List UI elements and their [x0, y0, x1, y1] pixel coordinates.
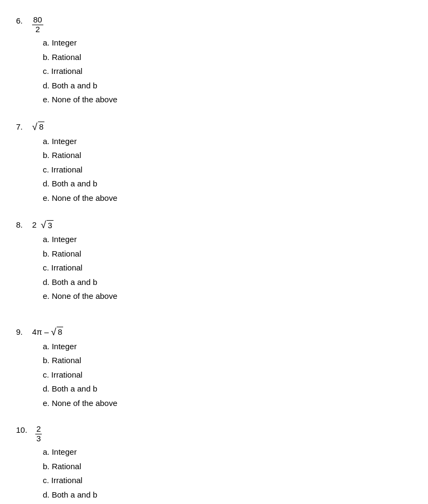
fraction-denominator-10: 3	[35, 434, 42, 443]
option-6d: d. Both a and b	[43, 80, 412, 92]
option-7c: c. Irrational	[43, 164, 412, 176]
option-8d: d. Both a and b	[43, 276, 412, 289]
option-7e: e. None of the above	[43, 192, 412, 205]
options-list-8: a. Integer b. Rational c. Irrational d. …	[16, 234, 412, 303]
question-6: 6. 80 2 a. Integer b. Rational c. Irrati…	[16, 11, 412, 106]
option-7d: d. Both a and b	[43, 178, 412, 190]
option-8c: c. Irrational	[43, 262, 412, 274]
coeff-sqrt-expr-8: 2 √3	[32, 219, 54, 230]
pi-sqrt-expr-9: 4π – √8	[32, 326, 63, 337]
separator-8-9	[16, 313, 412, 322]
options-list-9: a. Integer b. Rational c. Irrational d. …	[16, 341, 412, 410]
option-6e: e. None of the above	[43, 94, 412, 106]
sqrt-8-expr: √8	[32, 121, 44, 132]
question-9: 9. 4π – √8 a. Integer b. Rational c. Irr…	[16, 322, 412, 410]
sqrt-symbol-7: √	[32, 122, 37, 133]
question-number-6: 6.	[16, 11, 32, 25]
option-10a: a. Integer	[43, 446, 412, 458]
fraction-denominator-6: 2	[34, 25, 41, 34]
option-9a: a. Integer	[43, 341, 412, 353]
option-8b: b. Rational	[43, 248, 412, 260]
fraction-80-2: 80 2	[32, 16, 43, 34]
question-expr-7: √8	[32, 117, 44, 132]
options-list-7: a. Integer b. Rational c. Irrational d. …	[16, 136, 412, 205]
pi-prefix-9: 4π –	[32, 327, 49, 336]
sqrt-symbol-9: √	[51, 327, 56, 338]
option-6a: a. Integer	[43, 37, 412, 49]
option-9e: e. None of the above	[43, 397, 412, 410]
option-8a: a. Integer	[43, 234, 412, 246]
option-6c: c. Irrational	[43, 65, 412, 78]
fraction-numerator-10: 2	[35, 425, 42, 434]
sqrt-radicand-7: 8	[38, 122, 44, 131]
sqrt-symbol-8: √	[41, 220, 46, 231]
question-number-10: 10.	[16, 420, 35, 434]
sqrt-radicand-9: 8	[57, 327, 63, 336]
question-number-8: 8.	[16, 215, 32, 229]
question-expr-9: 4π – √8	[32, 322, 63, 337]
fraction-numerator-6: 80	[32, 16, 43, 25]
option-9b: b. Rational	[43, 355, 412, 367]
options-list-10: a. Integer b. Rational c. Irrational d. …	[16, 446, 412, 504]
fraction-2-3: 2 3	[35, 425, 42, 443]
sqrt-8-expr-9: √8	[51, 326, 63, 337]
question-number-9: 9.	[16, 322, 32, 336]
question-expr-8: 2 √3	[32, 215, 54, 230]
question-10: 10. 2 3 a. Integer b. Rational c. Irrati…	[16, 420, 412, 504]
option-7b: b. Rational	[43, 149, 412, 162]
option-7a: a. Integer	[43, 136, 412, 148]
question-expr-6: 80 2	[32, 11, 43, 34]
sqrt-radicand-8: 3	[47, 220, 53, 230]
option-10c: c. Irrational	[43, 475, 412, 487]
option-10d: d. Both a and b	[43, 489, 412, 501]
option-10b: b. Rational	[43, 461, 412, 473]
option-9d: d. Both a and b	[43, 383, 412, 395]
option-8e: e. None of the above	[43, 290, 412, 303]
question-expr-10: 2 3	[35, 420, 42, 443]
coefficient-8: 2	[32, 220, 36, 229]
question-number-7: 7.	[16, 117, 32, 131]
option-6b: b. Rational	[43, 51, 412, 64]
options-list-6: a. Integer b. Rational c. Irrational d. …	[16, 37, 412, 106]
option-9c: c. Irrational	[43, 369, 412, 381]
question-8: 8. 2 √3 a. Integer b. Rational c. Irrati…	[16, 215, 412, 303]
sqrt-3-expr: √3	[41, 219, 53, 230]
question-7: 7. √8 a. Integer b. Rational c. Irration…	[16, 117, 412, 205]
